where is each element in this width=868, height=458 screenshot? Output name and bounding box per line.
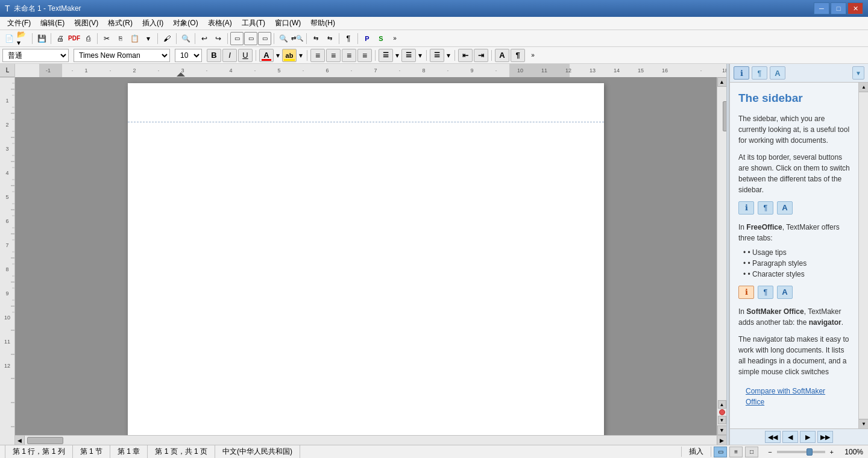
minimize-button[interactable]: ─ [814, 2, 829, 14]
sidebar-icon-char[interactable]: A [777, 201, 793, 215]
menu-file[interactable]: 文件(F) [2, 17, 36, 30]
outdent-button[interactable]: ⇤ [458, 49, 473, 62]
menu-help[interactable]: 帮助(H) [306, 17, 340, 30]
tb-find[interactable]: 🔍 [277, 32, 290, 45]
h-scroll-left[interactable]: ◀ [15, 436, 25, 445]
numbering-arrow[interactable]: ▾ [417, 49, 423, 62]
sidebar-scroll-down[interactable]: ▼ [859, 419, 868, 428]
view-mode-page[interactable]: ▭ [714, 447, 727, 457]
page-nav-up[interactable]: ▲ [718, 400, 726, 409]
scroll-thumb[interactable] [723, 101, 727, 131]
tb-textbox2[interactable]: S [374, 32, 388, 45]
sidebar-tab-info[interactable]: ℹ [734, 66, 749, 80]
toolbar2: 普通 Times New Roman 10 B I U A ▾ ab ▾ ≡ ≡… [0, 47, 868, 64]
tb-zoom[interactable]: 🔍 [179, 32, 192, 45]
tb-arrows2[interactable]: ⇆ [323, 32, 336, 45]
paragraph-style-select[interactable]: 普通 [2, 49, 69, 62]
tb-cut[interactable]: ✂ [100, 32, 113, 45]
tb-undo[interactable]: ↩ [198, 32, 211, 45]
bullets-button[interactable]: ☰ [379, 49, 393, 62]
menu-table[interactable]: 表格(A) [203, 17, 237, 30]
tb-replace[interactable]: ⇄🔍 [291, 32, 304, 45]
maximize-button[interactable]: □ [831, 2, 846, 14]
nav-last[interactable]: ▶▶ [817, 431, 833, 443]
italic-button[interactable]: I [222, 49, 237, 62]
font-size-select[interactable]: 10 [175, 49, 202, 62]
tb-open-arrow[interactable]: 📂▾ [16, 32, 30, 45]
ruler-corner[interactable]: L [0, 64, 15, 77]
tb-more[interactable]: » [388, 32, 401, 45]
align-center-button[interactable]: ≡ [326, 49, 341, 62]
view-mode-outline[interactable]: □ [745, 447, 758, 457]
underline-button[interactable]: U [238, 49, 253, 62]
font-name-select[interactable]: Times New Roman [74, 49, 170, 62]
align-left-button[interactable]: ≡ [310, 49, 325, 62]
bold-button[interactable]: B [207, 49, 221, 62]
numbering2-arrow[interactable]: ▾ [445, 49, 451, 62]
font-color-button[interactable]: A [259, 49, 274, 62]
sidebar-icon-para2[interactable]: ¶ [758, 286, 773, 299]
page-marker [719, 409, 725, 415]
tb-print[interactable]: 🖨 [54, 32, 67, 45]
bullets-arrow[interactable]: ▾ [394, 49, 400, 62]
align-justify-button[interactable]: ≡ [357, 49, 372, 62]
nav-first[interactable]: ◀◀ [765, 431, 781, 443]
tb-print-pdf[interactable]: PDF [68, 32, 81, 45]
h-scroll-right[interactable]: ▶ [717, 436, 726, 445]
tb-format-paint[interactable]: 🖌 [160, 32, 174, 45]
tb-arrows[interactable]: ⇆ [309, 32, 322, 45]
tb-new[interactable]: 📄 [2, 32, 16, 45]
svg-text:1: 1 [84, 67, 87, 74]
menu-format[interactable]: 格式(R) [103, 17, 137, 30]
sidebar-icon-info2[interactable]: ℹ [738, 286, 754, 299]
tb-preview[interactable]: ⎙ [81, 32, 95, 45]
tb-copy[interactable]: ⎘ [114, 32, 127, 45]
para-style-button[interactable]: ¶ [511, 49, 525, 62]
sidebar-tab-styles[interactable]: ¶ [752, 66, 767, 80]
scroll-up-button[interactable]: ▲ [717, 77, 727, 87]
tb-frame2[interactable]: ▭ [244, 32, 257, 45]
tb-paste[interactable]: 📋 [128, 32, 141, 45]
tb-pilcrow[interactable]: ¶ [342, 32, 355, 45]
svg-text:8: 8 [422, 67, 425, 74]
tb-paste-arrow[interactable]: ▾ [142, 32, 155, 45]
font-color-arrow[interactable]: ▾ [275, 49, 281, 62]
tb-redo[interactable]: ↪ [212, 32, 225, 45]
menu-view[interactable]: 视图(V) [69, 17, 103, 30]
h-scroll-thumb[interactable] [27, 437, 63, 444]
char-style-button[interactable]: A [495, 49, 509, 62]
zoom-slider[interactable] [777, 451, 825, 453]
sidebar-icon-info[interactable]: ℹ [738, 201, 754, 215]
numbering-button[interactable]: ☰ [401, 49, 416, 62]
indent-button[interactable]: ⇥ [474, 49, 488, 62]
menu-object[interactable]: 对象(O) [168, 17, 203, 30]
menu-tools[interactable]: 工具(T) [237, 17, 270, 30]
view-mode-web[interactable]: ≡ [729, 447, 743, 457]
zoom-thumb[interactable] [807, 448, 813, 456]
numbering2-button[interactable]: ☰ [430, 49, 444, 62]
nav-next[interactable]: ▶ [800, 431, 816, 443]
tb-textbox[interactable]: P [360, 32, 374, 45]
sidebar-icon-char2[interactable]: A [777, 286, 793, 299]
close-button[interactable]: ✕ [848, 2, 863, 14]
page-body[interactable] [128, 122, 604, 435]
tb-frame[interactable]: ▭ [230, 32, 244, 45]
scroll-down-button[interactable]: ▼ [717, 425, 727, 435]
highlight-arrow[interactable]: ▾ [298, 49, 304, 62]
sidebar-tab-char[interactable]: A [770, 66, 785, 80]
tb-frame3[interactable]: ▭ [258, 32, 271, 45]
sidebar-scroll-up[interactable]: ▲ [859, 83, 868, 92]
more-button[interactable]: » [526, 49, 539, 62]
document-area[interactable] [15, 77, 717, 435]
tb-save[interactable]: 💾 [35, 32, 48, 45]
sidebar-icon-para[interactable]: ¶ [758, 201, 773, 215]
sidebar-dropdown[interactable]: ▼ [852, 66, 864, 80]
menu-window[interactable]: 窗口(W) [270, 17, 306, 30]
page-nav-down[interactable]: ▼ [718, 416, 726, 424]
nav-prev[interactable]: ◀ [782, 431, 798, 443]
menu-edit[interactable]: 编辑(E) [36, 17, 69, 30]
highlight-button[interactable]: ab [282, 49, 297, 62]
align-right-button[interactable]: ≡ [342, 49, 356, 62]
compare-link[interactable]: Compare with SoftMaker Office [738, 383, 850, 412]
menu-insert[interactable]: 插入(I) [137, 17, 168, 30]
